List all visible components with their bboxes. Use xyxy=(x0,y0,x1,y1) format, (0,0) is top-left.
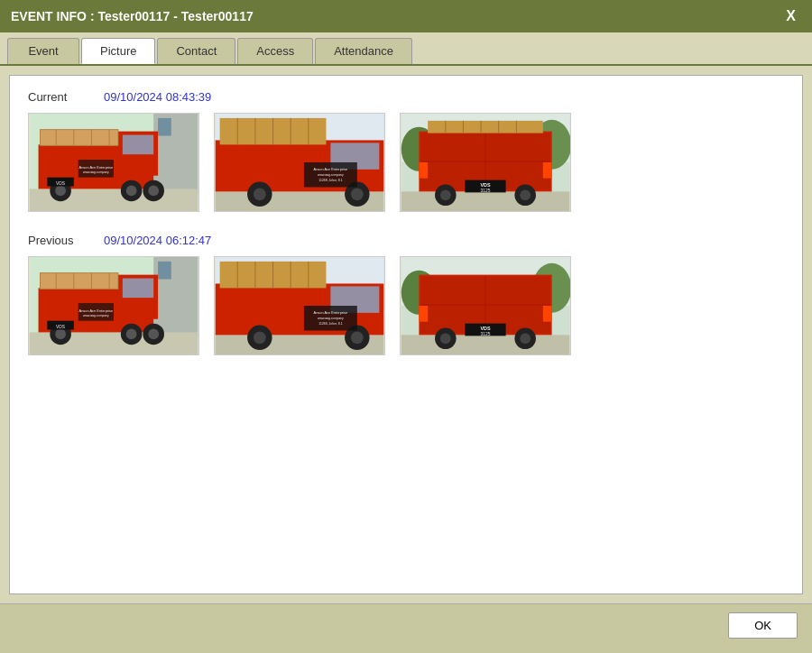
current-photo-3[interactable]: VDS 3125 xyxy=(400,113,571,212)
svg-text:Anson Ace Enterprise: Anson Ace Enterprise xyxy=(79,165,114,170)
svg-point-8 xyxy=(55,186,66,197)
svg-text:www.aag.company: www.aag.company xyxy=(318,317,344,320)
previous-section: Previous 09/10/2024 06:12:47 xyxy=(28,234,784,355)
tab-picture[interactable]: Picture xyxy=(81,38,155,64)
svg-rect-80 xyxy=(41,273,118,290)
previous-header: Previous 09/10/2024 06:12:47 xyxy=(28,234,784,247)
previous-photo-3[interactable]: VDS 3125 xyxy=(400,256,571,355)
svg-rect-47 xyxy=(401,191,570,211)
tabs-container: Event Picture Contact Access Attendance xyxy=(0,32,812,66)
svg-text:11268, Johor, 8.1: 11268, Johor, 8.1 xyxy=(318,322,343,326)
window-title: EVENT INFO : Tester00117 - Tester00117 xyxy=(11,9,254,23)
svg-rect-73 xyxy=(123,279,153,299)
svg-text:www.aag.company: www.aag.company xyxy=(83,170,109,174)
svg-text:Anson Ace Enterprise: Anson Ace Enterprise xyxy=(314,167,348,171)
current-section: Current 09/10/2024 08:43:39 xyxy=(28,90,784,212)
current-timestamp: 09/10/2024 08:43:39 xyxy=(104,90,211,104)
svg-text:VDS: VDS xyxy=(480,326,490,331)
svg-rect-6 xyxy=(123,135,153,155)
tab-attendance[interactable]: Attendance xyxy=(315,38,412,64)
svg-text:VDS: VDS xyxy=(480,182,490,188)
tab-contact[interactable]: Contact xyxy=(157,38,235,64)
svg-text:11268, Johor, 8.1: 11268, Johor, 8.1 xyxy=(318,179,343,182)
svg-point-66 xyxy=(520,189,531,200)
title-bar: EVENT INFO : Tester00117 - Tester00117 X xyxy=(0,0,812,32)
picture-panel: Current 09/10/2024 08:43:39 xyxy=(9,75,803,594)
previous-photos: VDS Anson Ace Enterprise www.aag.company xyxy=(28,256,784,355)
current-label: Current xyxy=(28,90,82,104)
svg-point-125 xyxy=(440,333,451,344)
svg-rect-52 xyxy=(428,121,543,133)
svg-rect-62 xyxy=(543,162,552,179)
current-photo-2[interactable]: Anson Ace Enterprise www.aag.company 112… xyxy=(214,113,385,212)
main-content: Current 09/10/2024 08:43:39 xyxy=(0,66,812,603)
svg-text:VDS: VDS xyxy=(56,181,66,186)
svg-point-64 xyxy=(440,189,451,200)
svg-rect-114 xyxy=(401,335,570,354)
svg-rect-123 xyxy=(543,306,552,322)
svg-text:3125: 3125 xyxy=(481,332,491,336)
svg-point-32 xyxy=(351,188,364,200)
svg-text:Anson Ace Enterprise: Anson Ace Enterprise xyxy=(314,310,348,315)
ok-button[interactable]: OK xyxy=(728,612,798,639)
svg-text:Anson Ace Enterprise: Anson Ace Enterprise xyxy=(79,308,114,313)
svg-rect-13 xyxy=(41,130,118,146)
svg-text:3125: 3125 xyxy=(481,189,491,193)
previous-photo-2[interactable]: Anson Ace Enterprise www.aag.company 112… xyxy=(214,256,385,355)
tab-event[interactable]: Event xyxy=(7,38,79,64)
svg-point-99 xyxy=(351,331,364,344)
svg-rect-69 xyxy=(158,262,171,280)
previous-label: Previous xyxy=(28,234,82,247)
footer: OK xyxy=(0,603,812,647)
svg-text:VDS: VDS xyxy=(56,325,66,329)
svg-rect-61 xyxy=(419,162,428,179)
svg-point-10 xyxy=(126,186,137,197)
svg-text:www.aag.company: www.aag.company xyxy=(83,314,109,317)
svg-point-12 xyxy=(148,186,159,197)
current-photo-1[interactable]: VDS Anson Ace Enterprise www.aag.company xyxy=(28,113,199,212)
svg-point-97 xyxy=(254,331,266,344)
current-header: Current 09/10/2024 08:43:39 xyxy=(28,90,784,104)
svg-rect-2 xyxy=(158,118,171,136)
svg-point-30 xyxy=(254,188,266,200)
svg-text:www.aag.company: www.aag.company xyxy=(318,173,344,177)
close-button[interactable]: X xyxy=(780,6,801,26)
svg-point-127 xyxy=(520,333,531,344)
svg-point-77 xyxy=(126,329,137,340)
svg-point-79 xyxy=(148,329,159,340)
previous-timestamp: 09/10/2024 06:12:47 xyxy=(104,234,211,247)
svg-point-75 xyxy=(55,329,66,340)
tab-access[interactable]: Access xyxy=(237,38,313,64)
svg-rect-122 xyxy=(419,306,428,322)
previous-photo-1[interactable]: VDS Anson Ace Enterprise www.aag.company xyxy=(28,256,199,355)
current-photos: VDS Anson Ace Enterprise www.aag.company xyxy=(28,113,784,212)
